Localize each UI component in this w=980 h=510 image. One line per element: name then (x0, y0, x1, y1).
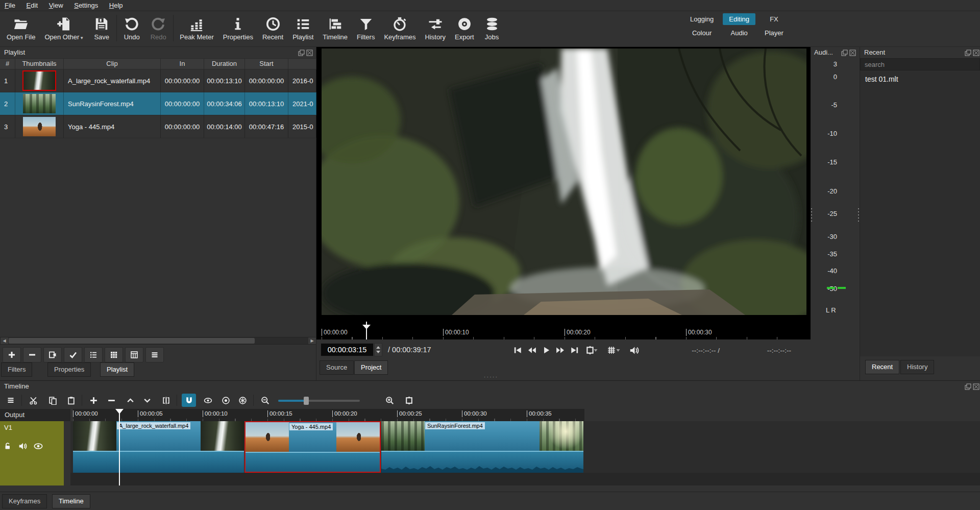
close-panel-icon[interactable] (973, 383, 979, 390)
float-panel-icon[interactable] (965, 383, 971, 390)
volume-button[interactable] (628, 345, 640, 356)
menu-help[interactable]: Help (105, 0, 128, 11)
spinner-down-icon[interactable] (376, 351, 380, 353)
peak-meter-button[interactable]: Peak Meter (175, 13, 218, 42)
panel-resize-grip[interactable] (858, 208, 859, 222)
layout-fx-button[interactable]: FX (758, 13, 790, 25)
redo-button[interactable]: Redo (145, 13, 172, 42)
timeline-button[interactable]: Timeline (318, 13, 352, 42)
snap-toggle-button[interactable] (182, 394, 196, 407)
jobs-button[interactable]: Jobs (479, 13, 505, 42)
menu-settings[interactable]: Settings (69, 0, 103, 11)
close-panel-icon[interactable] (849, 50, 856, 56)
player-scrub-ruler[interactable]: 00:00:00 00:00:10 00:00:20 00:00:30 (316, 327, 811, 339)
paste-button[interactable] (64, 394, 78, 407)
layout-logging-button[interactable]: Logging (684, 13, 720, 25)
scroll-left-arrow-icon[interactable]: ◀ (1, 337, 8, 344)
timeline-clip-forest[interactable]: SunRaysinForest.mp4 (381, 421, 583, 473)
zoom-fit-timeline-button[interactable] (402, 394, 415, 407)
open-other-button[interactable]: Open Other▼ (40, 13, 88, 42)
zoom-in-button[interactable] (383, 394, 396, 407)
timeline-ruler[interactable]: 00:00:00 00:00:05 00:00:10 00:00:15 00:0… (73, 409, 584, 421)
view-tiles-button[interactable] (125, 347, 143, 362)
view-icons-button[interactable] (105, 347, 123, 362)
position-spinner[interactable] (374, 343, 382, 356)
zoom-dropdown-button[interactable] (593, 345, 599, 356)
tab-history[interactable]: History (900, 360, 934, 374)
playlist-horizontal-scrollbar[interactable]: ◀ ▶ (0, 337, 316, 345)
copy-button[interactable] (46, 394, 59, 407)
playlist-table-header[interactable]: # Thumbnails Clip In Duration Start (0, 58, 316, 69)
timeline-playhead[interactable] (119, 409, 120, 485)
playlist-add-button[interactable] (3, 347, 21, 362)
play-button[interactable] (540, 345, 552, 356)
cut-button[interactable] (27, 394, 40, 407)
scrollbar-thumb[interactable] (9, 338, 255, 344)
keyframes-button[interactable]: Keyframes (379, 13, 420, 42)
skip-to-end-button[interactable] (569, 345, 581, 356)
overwrite-button[interactable] (140, 394, 154, 407)
track-header-v1[interactable]: V1 (0, 421, 64, 485)
open-file-button[interactable]: Open File (2, 13, 40, 42)
fast-forward-button[interactable] (554, 345, 567, 356)
col-thumbnails-header[interactable]: Thumbnails (15, 59, 64, 69)
lift-button[interactable] (124, 394, 137, 407)
ripple-delete-button[interactable] (105, 394, 118, 407)
ripple-button[interactable] (219, 394, 232, 407)
tab-properties[interactable]: Properties (47, 362, 91, 377)
recent-file-item[interactable]: test 01.mlt (860, 70, 980, 88)
zoom-slider-handle[interactable] (304, 397, 309, 405)
layout-editing-button[interactable]: Editing (723, 13, 755, 25)
col-start-header[interactable]: Start (245, 59, 288, 69)
float-panel-icon[interactable] (965, 50, 971, 56)
panel-resize-grip[interactable] (811, 208, 812, 222)
properties-button[interactable]: Properties (218, 13, 258, 42)
recent-search-input[interactable] (860, 58, 980, 70)
timeline-playhead-handle[interactable] (115, 409, 124, 414)
playlist-remove-button[interactable] (23, 347, 41, 362)
timeline-clip-yoga-selected[interactable]: Yoga - 445.mp4 (244, 421, 381, 473)
playlist-row-1[interactable]: 1 A_large_rock_waterfall.mp4 00:00:00:00… (0, 69, 316, 92)
tab-playlist[interactable]: Playlist (100, 362, 134, 377)
playlist-button[interactable]: Playlist (288, 13, 318, 42)
menu-file[interactable]: File (0, 0, 20, 11)
undo-button[interactable]: Undo (118, 13, 145, 42)
col-date-header[interactable] (288, 59, 316, 69)
col-num-header[interactable]: # (0, 59, 15, 69)
zoom-out-button[interactable] (258, 394, 272, 407)
lock-icon[interactable] (4, 442, 12, 450)
close-panel-icon[interactable] (306, 50, 313, 56)
recent-button[interactable]: Recent (258, 13, 288, 42)
tab-project[interactable]: Project (354, 360, 388, 375)
playlist-menu-button[interactable] (145, 347, 164, 362)
layout-player-button[interactable]: Player (758, 27, 790, 39)
col-clip-header[interactable]: Clip (64, 59, 161, 69)
tab-keyframes[interactable]: Keyframes (2, 494, 47, 508)
append-button[interactable] (87, 394, 100, 407)
timeline-zoom-slider[interactable] (278, 400, 360, 402)
menu-view[interactable]: View (44, 0, 68, 11)
playlist-update-button[interactable] (43, 347, 62, 362)
close-panel-icon[interactable] (973, 50, 979, 56)
rewind-button[interactable] (526, 345, 538, 356)
tab-filters[interactable]: Filters (1, 362, 32, 377)
tab-source[interactable]: Source (320, 360, 354, 375)
float-panel-icon[interactable] (841, 50, 848, 56)
tab-recent[interactable]: Recent (865, 360, 899, 374)
mute-icon[interactable] (18, 442, 28, 451)
view-details-button[interactable] (84, 347, 103, 362)
playlist-row-3[interactable]: 3 Yoga - 445.mp4 00:00:00:00 00:00:14:00… (0, 115, 316, 138)
splitter-handle[interactable]: ····· (481, 374, 501, 380)
float-panel-icon[interactable] (298, 50, 305, 56)
filters-button[interactable]: Filters (352, 13, 379, 42)
scrub-while-dragging-button[interactable] (201, 394, 214, 407)
history-button[interactable]: History (421, 13, 450, 42)
save-button[interactable]: Save (88, 13, 115, 42)
current-position-field[interactable]: 00:00:03:15 (321, 343, 374, 356)
export-button[interactable]: Export (450, 13, 479, 42)
playlist-row-2-selected[interactable]: 2 SunRaysinForest.mp4 00:00:00:00 00:00:… (0, 92, 316, 115)
ripple-all-tracks-button[interactable] (236, 394, 249, 407)
output-track-header[interactable]: Output (0, 409, 70, 421)
timeline-menu-button[interactable] (4, 394, 17, 407)
playlist-select-button[interactable] (64, 347, 82, 362)
